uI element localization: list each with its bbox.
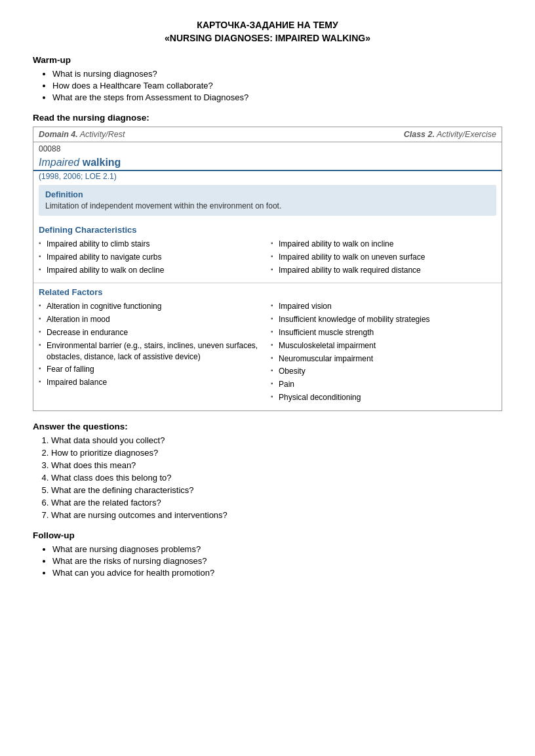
characteristics-col1: Impaired ability to climb stairs Impaire… xyxy=(39,239,264,277)
related-list-2: Impaired vision Insufficient knowledge o… xyxy=(271,301,496,403)
list-item: What are the risks of nursing diagnoses? xyxy=(52,556,502,566)
list-item: Musculoskeletal impairment xyxy=(271,340,496,351)
domain-label: Domain 4. Activity/Rest xyxy=(39,130,125,139)
definition-text: Limitation of independent movement withi… xyxy=(45,201,490,210)
list-item: Impaired ability to walk on decline xyxy=(39,265,264,276)
list-item: What data should you collect? xyxy=(51,435,502,445)
domain-value: Activity/Rest xyxy=(80,130,125,139)
related-section: Related Factors Alteration in cognitive … xyxy=(33,283,502,410)
list-item: Impaired ability to navigate curbs xyxy=(39,252,264,263)
list-item: Impaired ability to walk on incline xyxy=(271,239,496,250)
characteristics-title: Defining Characteristics xyxy=(39,225,496,235)
list-item: Environmental barrier (e.g., stairs, inc… xyxy=(39,340,264,363)
list-item: What does this mean? xyxy=(51,460,502,470)
characteristics-columns: Impaired ability to climb stairs Impaire… xyxy=(39,239,496,277)
list-item: What can you advice for health promotion… xyxy=(52,568,502,578)
char-list-2: Impaired ability to walk on incline Impa… xyxy=(271,239,496,275)
list-item: Neuromuscular impairment xyxy=(271,353,496,365)
list-item: How to prioritize diagnoses? xyxy=(51,448,502,458)
card-code: 00088 xyxy=(33,142,502,155)
list-item: Impaired balance xyxy=(39,377,264,388)
list-item: Impaired vision xyxy=(271,301,496,312)
list-item: What are nursing outcomes and interventi… xyxy=(51,510,502,520)
warmup-list: What is nursing diagnoses? How does a He… xyxy=(33,69,502,102)
related-col1: Alteration in cognitive functioning Alte… xyxy=(39,301,264,405)
list-item: What is nursing diagnoses? xyxy=(52,69,502,79)
definition-box: Definition Limitation of independent mov… xyxy=(39,185,496,216)
warmup-label: Warm-up xyxy=(33,55,502,65)
related-title: Related Factors xyxy=(39,287,496,297)
related-col2: Impaired vision Insufficient knowledge o… xyxy=(271,301,496,405)
characteristics-col2: Impaired ability to walk on incline Impa… xyxy=(271,239,496,277)
list-item: Alteration in cognitive functioning xyxy=(39,301,264,312)
list-item: Impaired ability to walk required distan… xyxy=(271,265,496,276)
list-item: What are nursing diagnoses problems? xyxy=(52,544,502,554)
title-impaired: Impaired xyxy=(39,157,79,168)
class-value: Activity/Exercise xyxy=(437,130,496,139)
list-item: Impaired ability to walk on uneven surfa… xyxy=(271,252,496,263)
list-item: How does a Healthcare Team collaborate? xyxy=(52,81,502,90)
definition-title: Definition xyxy=(45,190,490,199)
list-item: Alteration in mood xyxy=(39,314,264,325)
list-item: Insufficient muscle strength xyxy=(271,327,496,338)
answer-list: What data should you collect? How to pri… xyxy=(33,435,502,520)
list-item: What class does this belong to? xyxy=(51,473,502,483)
read-label: Read the nursing diagnose: xyxy=(33,113,502,123)
nursing-card: Domain 4. Activity/Rest Class 2. Activit… xyxy=(33,127,502,411)
page-subtitle: «NURSING DIAGNOSES: IMPAIRED WALKING» xyxy=(33,33,502,43)
list-item: Impaired ability to climb stairs xyxy=(39,239,264,250)
characteristics-section: Defining Characteristics Impaired abilit… xyxy=(33,221,502,283)
followup-section: Follow-up What are nursing diagnoses pro… xyxy=(33,530,502,578)
class-label: Class 2. Activity/Exercise xyxy=(404,130,496,139)
followup-list: What are nursing diagnoses problems? Wha… xyxy=(33,544,502,578)
related-list-1: Alteration in cognitive functioning Alte… xyxy=(39,301,264,388)
answer-section: Answer the questions: What data should y… xyxy=(33,422,502,520)
list-item: Pain xyxy=(271,379,496,390)
page-title: КАРТОЧКА-ЗАДАНИЕ НА ТЕМУ xyxy=(33,20,502,30)
list-item: What are the related factors? xyxy=(51,498,502,507)
list-item: Insufficient knowledge of mobility strat… xyxy=(271,314,496,325)
title-walking: walking xyxy=(83,157,121,168)
list-item: Obesity xyxy=(271,366,496,377)
warmup-section: Warm-up What is nursing diagnoses? How d… xyxy=(33,55,502,102)
card-title: Impaired walking xyxy=(33,155,502,171)
answer-label: Answer the questions: xyxy=(33,422,502,431)
list-item: Fear of falling xyxy=(39,364,264,375)
card-header: Domain 4. Activity/Rest Class 2. Activit… xyxy=(33,127,502,142)
list-item: Physical deconditioning xyxy=(271,392,496,403)
related-columns: Alteration in cognitive functioning Alte… xyxy=(39,301,496,405)
followup-label: Follow-up xyxy=(33,530,502,540)
list-item: What are the defining characteristics? xyxy=(51,485,502,495)
list-item: What are the steps from Assessment to Di… xyxy=(52,92,502,102)
char-list-1: Impaired ability to climb stairs Impaire… xyxy=(39,239,264,275)
card-year: (1998, 2006; LOE 2.1) xyxy=(33,171,502,185)
list-item: Decrease in endurance xyxy=(39,327,264,338)
